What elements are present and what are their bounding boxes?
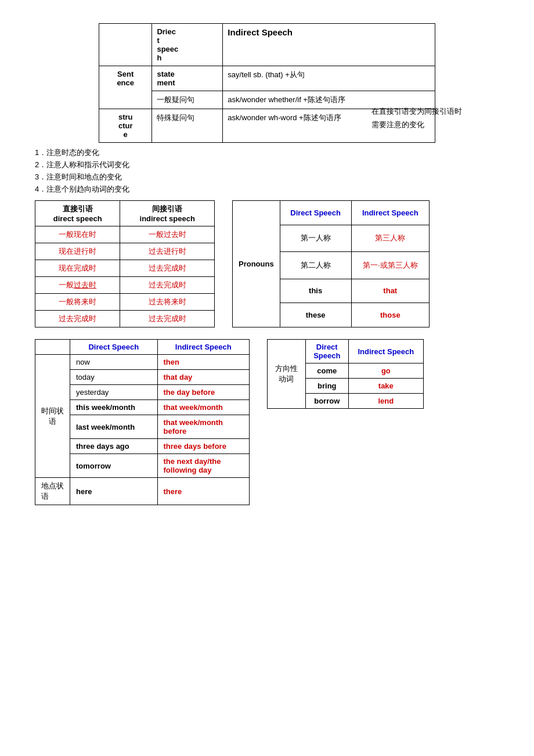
cell-structure: structure xyxy=(99,109,152,143)
side-note-line1: 在直接引语变为间接引语时 xyxy=(371,107,462,116)
verb-lend: lend xyxy=(348,394,423,409)
tense-col1-header: 直接引语direct speech xyxy=(35,201,120,226)
tense-row4-col2: 过去完成时 xyxy=(120,277,215,294)
time-that-week-before: that week/monthbefore xyxy=(157,415,250,439)
pron-row4-col1: these xyxy=(280,303,351,327)
pron-row3-col2: that xyxy=(351,279,429,303)
time-that-week: that week/month xyxy=(157,400,250,415)
time-now: now xyxy=(70,355,158,370)
note-3: 3．注意时间和地点的变化 xyxy=(35,172,499,182)
cell-yes-no-question: 一般疑问句 xyxy=(152,91,223,109)
time-empty xyxy=(35,340,70,355)
tense-row2-col2: 过去进行时 xyxy=(120,243,215,260)
pronouns-header: Pronouns xyxy=(233,201,280,327)
tense-row6-col2: 过去完成时 xyxy=(120,311,215,327)
verb-go: go xyxy=(348,363,423,379)
tense-col2-header: 间接引语indirect speech xyxy=(120,201,215,226)
verb-row-header: 方向性动词 xyxy=(268,340,306,409)
time-today: today xyxy=(70,370,158,385)
tense-row1-col1: 一般现在时 xyxy=(35,226,120,243)
pron-col1-header: Direct Speech xyxy=(280,201,351,225)
time-day-before: the day before xyxy=(157,385,250,400)
place-there: there xyxy=(157,478,250,505)
time-tomorrow: tomorrow xyxy=(70,454,158,478)
time-table: Direct Speech Indirect Speech 时间状语 now t… xyxy=(35,339,250,505)
pron-row2-col2: 第一·或第三人称 xyxy=(351,252,429,279)
time-col1-header: Direct Speech xyxy=(70,340,158,355)
verb-borrow: borrow xyxy=(305,394,348,409)
tense-row3-col2: 过去完成时 xyxy=(120,260,215,277)
verb-table: 方向性动词 DirectSpeech Indirect Speech come … xyxy=(267,339,424,409)
side-note-line2: 需要注意的变化 xyxy=(371,120,424,129)
verb-come: come xyxy=(305,363,348,379)
tense-row1-col2: 一般过去时 xyxy=(120,226,215,243)
tense-row6-col1: 过去完成时 xyxy=(35,311,120,327)
time-three-before: three days before xyxy=(157,439,250,454)
verb-col2-header: Indirect Speech xyxy=(348,340,423,363)
pron-row1-col2: 第三人称 xyxy=(351,225,429,251)
notes-list: 1．注意时态的变化 2．注意人称和指示代词变化 3．注意时间和地点的变化 4．注… xyxy=(35,147,499,195)
time-next-day: the next day/thefollowing day xyxy=(157,454,250,478)
bottom-section: Direct Speech Indirect Speech 时间状语 now t… xyxy=(35,339,499,505)
tense-row4-col1: 一般过去时 xyxy=(35,277,120,294)
time-then: then xyxy=(157,355,250,370)
pron-row1-col1: 第一人称 xyxy=(280,225,351,251)
time-col2-header: Indirect Speech xyxy=(157,340,250,355)
time-row-header: 时间状语 xyxy=(35,355,70,478)
cell-empty-top xyxy=(99,24,152,66)
verb-take: take xyxy=(348,379,423,394)
pron-row3-col1: this xyxy=(280,279,351,303)
time-three-days: three days ago xyxy=(70,439,158,454)
side-note: 在直接引语变为间接引语时 需要注意的变化 xyxy=(371,105,499,132)
tense-row3-col1: 现在完成时 xyxy=(35,260,120,277)
cell-sentence: Sentence xyxy=(99,66,152,109)
pron-row4-col2: those xyxy=(351,303,429,327)
cell-statement: statement xyxy=(152,66,223,91)
tense-row5-col1: 一般将来时 xyxy=(35,294,120,311)
time-this-week: this week/month xyxy=(70,400,158,415)
tense-row5-col2: 过去将来时 xyxy=(120,294,215,311)
time-yesterday: yesterday xyxy=(70,385,158,400)
pron-row2-col1: 第二人称 xyxy=(280,252,351,279)
pronouns-table: Pronouns Direct Speech Indirect Speech 第… xyxy=(232,200,430,327)
note-2: 2．注意人称和指示代词变化 xyxy=(35,160,499,170)
cell-indirect-speech-header: Indirect Speech xyxy=(223,24,435,66)
time-last-week: last week/month xyxy=(70,415,158,439)
place-here: here xyxy=(70,478,158,505)
tense-row2-col1: 现在进行时 xyxy=(35,243,120,260)
tense-table: 直接引语direct speech 间接引语indirect speech 一般… xyxy=(35,200,215,327)
cell-direct-speech-header: Driectspeech xyxy=(152,24,223,66)
verb-col1-header: DirectSpeech xyxy=(305,340,348,363)
pron-col2-header: Indirect Speech xyxy=(351,201,429,225)
place-row-header: 地点状语 xyxy=(35,478,70,505)
time-that-day: that day xyxy=(157,370,250,385)
cell-wh-question: 特殊疑问句 xyxy=(152,109,223,143)
note-4: 4．注意个别趋向动词的变化 xyxy=(35,184,499,195)
cell-statement-rule: say/tell sb. (that) +从句 xyxy=(223,66,435,91)
note-1: 1．注意时态的变化 xyxy=(35,147,499,158)
verb-bring: bring xyxy=(305,379,348,394)
